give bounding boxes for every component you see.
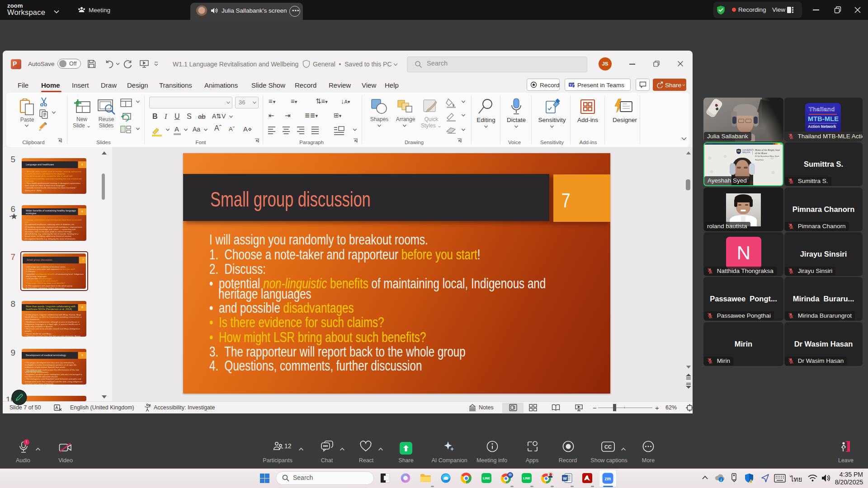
- svg-text:zm: zm: [605, 476, 611, 481]
- svg-text:T: T: [570, 84, 572, 87]
- svg-text:LINE: LINE: [483, 477, 490, 480]
- svg-text:W: W: [563, 476, 567, 481]
- svg-text:LINE: LINE: [523, 477, 530, 480]
- svg-text:CC: CC: [604, 444, 612, 450]
